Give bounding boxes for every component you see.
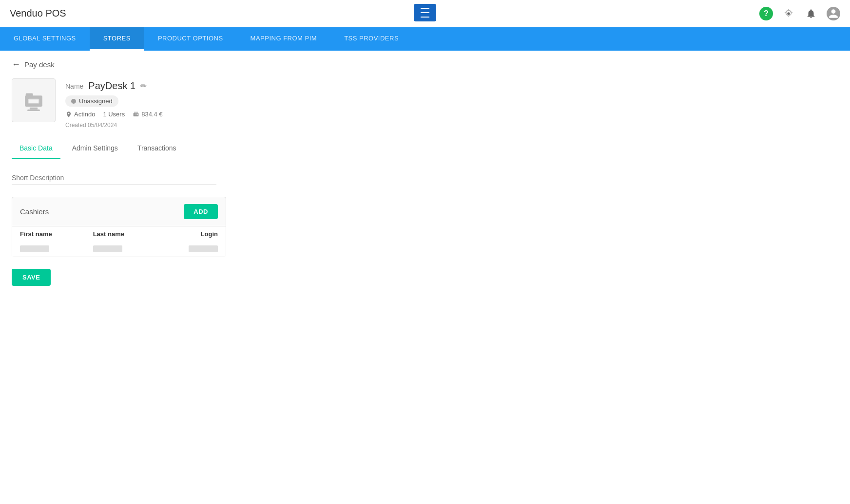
created-date: Created 05/04/2024: [65, 122, 163, 129]
status-badge: Unassigned: [65, 95, 118, 107]
balance-label: 834.4 €: [141, 111, 162, 118]
location-label: Actindo: [74, 111, 95, 118]
users-item: 1 Users: [103, 111, 125, 118]
entity-header: Name PayDesk 1 ✏ Unassigned Actindo 1 Us…: [0, 78, 850, 138]
svg-rect-6: [26, 93, 33, 96]
status-dot: [71, 99, 76, 104]
cashier-login: [157, 242, 226, 257]
breadcrumb-label: Pay desk: [24, 60, 55, 69]
breadcrumb[interactable]: ← Pay desk: [0, 51, 850, 78]
help-icon[interactable]: ?: [759, 7, 773, 20]
status-label: Unassigned: [79, 97, 113, 105]
cashier-first-name: [12, 242, 85, 257]
location-item: Actindo: [65, 111, 95, 118]
col-login: Login: [157, 226, 226, 242]
balance-item: 834.4 €: [133, 111, 162, 118]
name-label: Name: [65, 82, 83, 90]
entity-info: Name PayDesk 1 ✏ Unassigned Actindo 1 Us…: [65, 78, 163, 129]
add-cashier-button[interactable]: ADD: [184, 204, 218, 219]
entity-name: PayDesk 1: [88, 80, 135, 92]
svg-rect-5: [27, 110, 40, 111]
cashiers-header: Cashiers ADD: [12, 197, 226, 226]
edit-icon[interactable]: ✏: [140, 81, 147, 91]
nav-tabs: GLOBAL SETTINGS STORES PRODUCT OPTIONS M…: [0, 27, 850, 51]
short-description-input[interactable]: [12, 171, 216, 185]
paydesk-icon: [21, 88, 46, 113]
cashier-last-name: [85, 242, 157, 257]
main-content: Cashiers ADD First name Last name Login: [0, 159, 850, 298]
svg-rect-4: [30, 108, 38, 110]
sub-tab-transactions[interactable]: Transactions: [130, 138, 184, 159]
sub-tab-admin-settings[interactable]: Admin Settings: [64, 138, 126, 159]
save-button[interactable]: SAVE: [12, 269, 51, 286]
users-label: 1 Users: [103, 111, 125, 118]
settings-icon[interactable]: [782, 7, 795, 20]
tab-mapping-from-pim[interactable]: MAPPING FROM PIM: [237, 27, 331, 51]
col-last-name: Last name: [85, 226, 157, 242]
sub-tab-basic-data[interactable]: Basic Data: [12, 138, 60, 159]
cashiers-title: Cashiers: [20, 207, 49, 216]
tab-stores[interactable]: STORES: [90, 27, 144, 51]
tab-global-settings[interactable]: GLOBAL SETTINGS: [0, 27, 90, 51]
tab-product-options[interactable]: PRODUCT OPTIONS: [144, 27, 237, 51]
location-icon: [65, 111, 72, 118]
register-icon: [133, 111, 139, 118]
notifications-icon[interactable]: [804, 7, 818, 20]
back-arrow-icon: ←: [12, 59, 20, 70]
user-avatar[interactable]: [827, 7, 840, 20]
cashiers-table: First name Last name Login: [12, 226, 226, 257]
entity-meta: Actindo 1 Users 834.4 €: [65, 111, 163, 118]
tab-tss-providers[interactable]: TSS PROVIDERS: [330, 27, 412, 51]
short-description-field: [12, 171, 216, 185]
table-row: [12, 242, 226, 257]
col-first-name: First name: [12, 226, 85, 242]
cashiers-card: Cashiers ADD First name Last name Login: [12, 197, 226, 257]
sub-tabs: Basic Data Admin Settings Transactions: [0, 138, 850, 159]
app-title: Venduo POS: [10, 8, 66, 19]
entity-icon-box: [12, 78, 56, 122]
menu-button[interactable]: [414, 4, 436, 21]
svg-point-0: [787, 12, 790, 15]
svg-rect-3: [29, 99, 39, 103]
